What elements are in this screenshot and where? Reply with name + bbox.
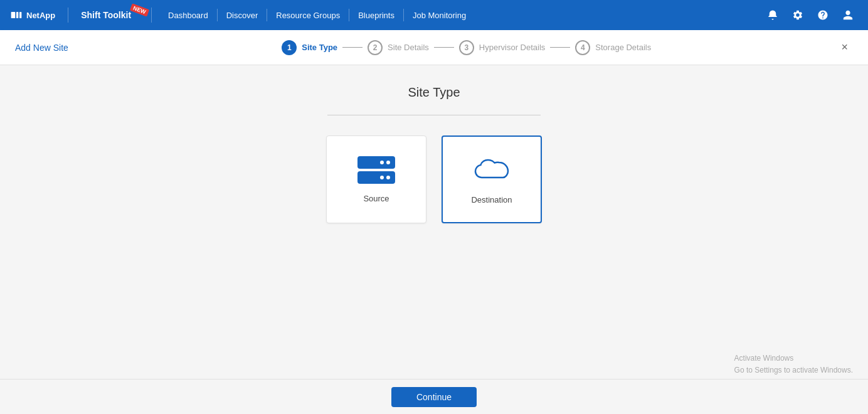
step-3-circle: 3: [459, 40, 474, 55]
step-1-label: Site Type: [302, 43, 337, 52]
step-1: 1 Site Type: [282, 40, 337, 55]
server-dot-3: [380, 176, 384, 179]
step-3-label: Hypervisor Details: [479, 43, 545, 52]
user-icon: [842, 9, 854, 21]
continue-button[interactable]: Continue: [391, 387, 477, 407]
nav-link-job-monitoring[interactable]: Job Monitoring: [404, 0, 475, 30]
step-4: 4 Storage Details: [575, 40, 651, 55]
help-button[interactable]: [813, 5, 833, 25]
step-4-label: Storage Details: [595, 43, 651, 52]
server-dot-4: [386, 176, 390, 179]
nav-link-dashboard[interactable]: Dashboard: [159, 0, 217, 30]
server-dot-2: [386, 161, 390, 164]
svg-rect-2: [19, 12, 21, 18]
svg-rect-0: [11, 12, 16, 18]
step-3: 3 Hypervisor Details: [459, 40, 545, 55]
close-button[interactable]: ×: [836, 38, 853, 56]
server-bar-top: [357, 156, 395, 169]
title-divider: [327, 115, 541, 115]
page-title: Site Type: [408, 85, 460, 100]
server-bar-bottom: [357, 171, 395, 184]
source-label: Source: [363, 194, 389, 203]
step-connector-1: [342, 47, 363, 48]
nav-link-resource-groups[interactable]: Resource Groups: [267, 0, 349, 30]
sub-header: Add New Site 1 Site Type 2 Site Details …: [0, 30, 868, 65]
bell-icon: [767, 9, 778, 21]
help-icon: [817, 9, 828, 21]
add-new-site-label: Add New Site: [15, 43, 97, 53]
netapp-logo: NetApp: [10, 9, 55, 21]
bottom-bar: Continue: [0, 379, 868, 414]
navbar: NetApp Shift Toolkit NEW Dashboard Disco…: [0, 0, 868, 30]
source-card[interactable]: Source: [326, 135, 426, 223]
svg-rect-1: [16, 12, 18, 18]
cloud-icon: [472, 155, 512, 188]
step-2: 2 Site Details: [368, 40, 429, 55]
watermark-line1: Activate Windows: [734, 353, 853, 364]
new-badge: NEW: [130, 3, 149, 16]
windows-watermark: Activate Windows Go to Settings to activ…: [734, 353, 853, 376]
destination-label: Destination: [471, 195, 512, 204]
step-connector-2: [434, 47, 454, 48]
main-content: Site Type Source D: [0, 65, 868, 379]
netapp-label: NetApp: [26, 11, 55, 20]
destination-card[interactable]: Destination: [442, 135, 542, 223]
step-4-circle: 4: [575, 40, 590, 55]
nav-icons: [763, 5, 858, 25]
nav-links: Dashboard Discover Resource Groups Bluep…: [159, 0, 763, 30]
step-2-circle: 2: [368, 40, 383, 55]
user-button[interactable]: [838, 5, 858, 25]
brand-divider: [68, 8, 68, 23]
nav-left-divider: [151, 8, 152, 23]
gear-icon: [792, 9, 803, 21]
netapp-logo-icon: [10, 9, 23, 21]
step-connector-3: [550, 47, 570, 48]
brand: NetApp Shift Toolkit NEW: [10, 8, 131, 23]
notifications-button[interactable]: [763, 5, 783, 25]
step-1-circle: 1: [282, 40, 297, 55]
step-2-label: Site Details: [388, 43, 429, 52]
server-dot-1: [380, 161, 384, 164]
nav-link-blueprints[interactable]: Blueprints: [349, 0, 403, 30]
shift-toolkit-label: Shift Toolkit NEW: [81, 10, 131, 20]
watermark-line2: Go to Settings to activate Windows.: [734, 364, 853, 376]
nav-link-discover[interactable]: Discover: [218, 0, 267, 30]
stepper: 1 Site Type 2 Site Details 3 Hypervisor …: [97, 40, 836, 55]
site-type-cards: Source Destination: [326, 135, 542, 223]
settings-button[interactable]: [788, 5, 808, 25]
source-icon: [357, 156, 395, 186]
